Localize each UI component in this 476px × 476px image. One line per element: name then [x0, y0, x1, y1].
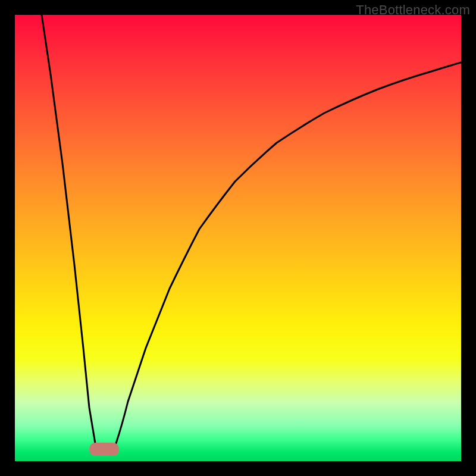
- valley-marker: [89, 443, 119, 456]
- chart-plot-area: [15, 15, 461, 461]
- watermark-text: TheBottleneck.com: [356, 2, 470, 18]
- curve-right-branch: [116, 62, 461, 443]
- chart-curves: [15, 15, 461, 461]
- curve-left-branch: [42, 15, 95, 443]
